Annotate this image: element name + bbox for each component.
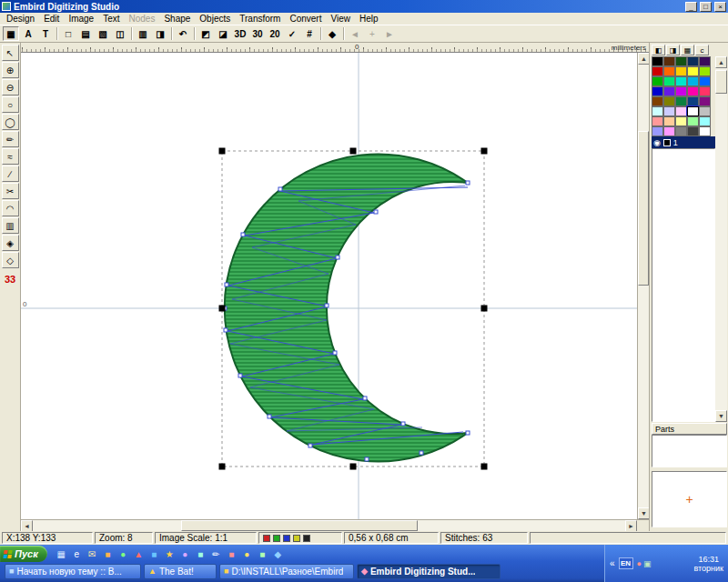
palette-color-8[interactable]	[687, 66, 699, 76]
menu-item-text[interactable]: Text	[98, 14, 124, 24]
horizontal-scroll-thumb[interactable]	[181, 520, 418, 531]
prev-object-button[interactable]: ◄	[347, 26, 363, 41]
palette-color-36[interactable]	[663, 126, 675, 136]
vertical-scroll-thumb[interactable]	[638, 131, 649, 286]
ellipse-tool-button[interactable]: ◯	[2, 114, 19, 130]
palette-color-38[interactable]	[687, 126, 699, 136]
palette-color-10[interactable]	[652, 76, 663, 86]
palette-prev-button[interactable]: ◧	[652, 45, 665, 55]
palette-color-26[interactable]	[663, 106, 675, 116]
palette-color-27[interactable]	[675, 106, 687, 116]
copy-button[interactable]: ◨	[152, 26, 168, 41]
density-30-button[interactable]: 30	[249, 26, 266, 41]
quick-launch-icon-2[interactable]: ✉	[86, 547, 99, 561]
node-edit-tool-button[interactable]: ◇	[2, 252, 19, 268]
palette-color-1[interactable]	[663, 56, 675, 66]
close-button[interactable]: ×	[714, 2, 726, 12]
palette-color-39[interactable]	[699, 126, 711, 136]
quick-launch-icon-6[interactable]: ■	[147, 547, 161, 561]
palette-color-28[interactable]	[687, 106, 699, 116]
menu-item-image[interactable]: Image	[64, 14, 98, 24]
tray-icon-0[interactable]: ●	[637, 559, 642, 568]
palette-color-3[interactable]	[687, 56, 699, 66]
view-3d-button[interactable]: 3D	[232, 26, 248, 41]
monogram-tool-button[interactable]: T	[37, 26, 54, 41]
freehand-tool-button[interactable]: ○	[2, 96, 19, 113]
view-outline-button[interactable]: ◪	[215, 26, 231, 41]
palette-color-11[interactable]	[663, 76, 675, 86]
palette-color-2[interactable]	[675, 56, 687, 66]
taskbar-task-3[interactable]: ◆Embird Digitizing Stud...	[357, 564, 500, 579]
palette-color-12[interactable]	[675, 76, 687, 86]
menu-item-design[interactable]: Design	[2, 14, 39, 24]
palette-color-13[interactable]	[687, 76, 699, 86]
palette-color-19[interactable]	[699, 86, 711, 96]
quick-launch-icon-0[interactable]: ▦	[55, 547, 68, 561]
new-design-button[interactable]: □	[60, 26, 76, 41]
start-button[interactable]: Пуск	[0, 546, 47, 562]
zoom-out-tool-button[interactable]: ⊖	[2, 79, 19, 95]
palette-color-9[interactable]	[699, 66, 711, 76]
palette-color-5[interactable]	[652, 66, 663, 76]
parts-list-area[interactable]	[652, 435, 727, 467]
palette-color-35[interactable]	[652, 126, 663, 136]
palette-color-32[interactable]	[675, 116, 687, 126]
quick-launch-icon-5[interactable]: ▲	[132, 547, 146, 561]
panel-scroll-up-arrow[interactable]: ▲	[715, 56, 727, 68]
menu-item-view[interactable]: View	[326, 14, 355, 24]
canvas-vertical-scrollbar[interactable]: ▲ ▼	[637, 53, 649, 519]
zoom-in-tool-button[interactable]: ⊕	[2, 62, 19, 78]
undo-button[interactable]: ↶	[175, 26, 191, 41]
curve-tool-button[interactable]: ≈	[2, 148, 19, 165]
satin-tool-button[interactable]: ◈	[2, 235, 19, 251]
quick-launch-icon-11[interactable]: ■	[225, 547, 238, 561]
palette-color-4[interactable]	[699, 56, 711, 66]
quick-launch-icon-9[interactable]: ■	[194, 547, 207, 561]
print-button[interactable]: ▥	[135, 26, 151, 41]
quick-launch-icon-7[interactable]: ★	[163, 547, 177, 561]
scissors-tool-button[interactable]: ✂	[2, 183, 19, 199]
palette-c-button[interactable]: c	[695, 45, 709, 55]
thread-list-area[interactable]	[652, 148, 715, 422]
palette-color-6[interactable]	[663, 66, 675, 76]
palette-color-20[interactable]	[652, 96, 663, 106]
palette-color-25[interactable]	[652, 106, 663, 116]
view-normal-button[interactable]: ◩	[197, 26, 214, 41]
palette-color-18[interactable]	[687, 86, 699, 96]
fill-tool-button[interactable]: ▥	[2, 217, 19, 234]
quick-launch-icon-4[interactable]: ●	[116, 547, 130, 561]
maximize-button[interactable]: □	[700, 2, 712, 12]
palette-color-31[interactable]	[663, 116, 675, 126]
quick-launch-icon-12[interactable]: ●	[240, 547, 254, 561]
plugin-button[interactable]: ◆	[324, 26, 340, 41]
select-tool-button[interactable]: ↖	[2, 45, 19, 61]
menu-item-edit[interactable]: Edit	[39, 14, 64, 24]
palette-color-33[interactable]	[687, 116, 699, 126]
palette-color-29[interactable]	[699, 106, 711, 116]
panel-scrollbar[interactable]: ▲ ▼	[715, 56, 727, 422]
palette-color-23[interactable]	[687, 96, 699, 106]
thread-list-selected-row[interactable]: ◉ 1	[652, 136, 715, 148]
palette-color-34[interactable]	[699, 116, 711, 126]
design-canvas[interactable]: 0	[21, 53, 637, 519]
quick-launch-icon-3[interactable]: ■	[101, 547, 115, 561]
menu-item-objects[interactable]: Objects	[195, 14, 235, 24]
quick-launch-icon-1[interactable]: e	[70, 547, 84, 561]
taskbar-task-2[interactable]: ■D:\INSTALL\Разное\Embird	[219, 564, 354, 579]
taskbar-clock[interactable]: 16:31 вторник	[693, 555, 723, 573]
next-object-button[interactable]: ►	[381, 26, 398, 41]
text-tool-button[interactable]: A	[20, 26, 36, 41]
minimize-button[interactable]: _	[685, 2, 697, 12]
palette-color-17[interactable]	[675, 86, 687, 96]
canvas-horizontal-scrollbar[interactable]: ◄ ►	[21, 519, 637, 531]
menu-item-convert[interactable]: Convert	[285, 14, 326, 24]
stitch-check-button[interactable]: ✓	[284, 26, 300, 41]
palette-color-30[interactable]	[652, 116, 663, 126]
palette-color-21[interactable]	[663, 96, 675, 106]
menu-item-shape[interactable]: Shape	[159, 14, 195, 24]
menu-item-transform[interactable]: Transform	[235, 14, 285, 24]
taskbar-task-0[interactable]: ■Начать новую тему :: B...	[5, 564, 141, 579]
tray-icon-1[interactable]: ▣	[643, 559, 652, 568]
palette-color-0[interactable]	[652, 56, 663, 66]
menu-item-help[interactable]: Help	[355, 14, 383, 24]
